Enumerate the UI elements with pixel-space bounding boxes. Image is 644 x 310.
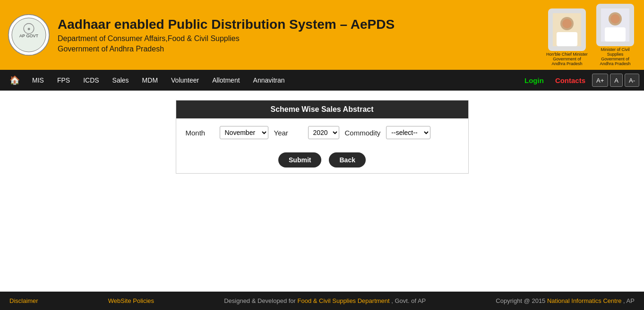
contacts-button[interactable]: Contacts [550, 76, 591, 84]
svg-rect-7 [557, 32, 577, 46]
cm-label: Hon'ble Chief MinisterGovernment of Andh… [546, 52, 588, 66]
svg-rect-11 [605, 27, 626, 42]
form-fields-row: Month January February March April May J… [176, 118, 468, 147]
minister-photo-circle [596, 4, 634, 46]
nav-icds[interactable]: ICDS [77, 70, 105, 91]
nav-volunteer[interactable]: Volunteer [164, 70, 206, 91]
copyright-suffix: , AP [623, 297, 635, 304]
footer-designed: Designed & Developed for Food & Civil Su… [224, 297, 426, 304]
website-policies-link[interactable]: WebSite Policies [108, 297, 154, 304]
nav-mdm[interactable]: MDM [136, 70, 164, 91]
svg-text:AP GOVT: AP GOVT [19, 34, 38, 38]
login-button[interactable]: Login [519, 76, 550, 84]
site-title: Aadhaar enabled Public Distribution Syst… [58, 17, 546, 33]
minister-photo: Minister of Civil SuppliesGovernment of … [594, 4, 636, 66]
header-photos: Hon'ble Chief MinisterGovernment of Andh… [546, 4, 636, 66]
svg-point-8 [562, 19, 572, 28]
main-content: Scheme Wise Sales Abstract Month January… [0, 91, 644, 289]
nav-allotment[interactable]: Allotment [206, 70, 246, 91]
food-dept-link[interactable]: Food & Civil Supplies Department [298, 297, 390, 304]
designed-suffix: , Govt. of AP [391, 297, 426, 304]
submit-button[interactable]: Submit [278, 152, 321, 168]
svg-text:☸: ☸ [27, 27, 30, 31]
font-decrease-button[interactable]: A- [625, 74, 639, 87]
copyright-text: Copyright @ 2015 [496, 297, 545, 304]
month-select[interactable]: January February March April May June Ju… [220, 126, 268, 139]
nav-sales[interactable]: Sales [106, 70, 136, 91]
form-title: Scheme Wise Sales Abstract [176, 101, 468, 118]
logo: AP GOVT ☸ [8, 14, 50, 56]
font-normal-button[interactable]: A [610, 74, 623, 87]
commodity-label: Commodity [345, 129, 381, 137]
back-button[interactable]: Back [329, 152, 365, 168]
nic-link[interactable]: National Informatics Centre [547, 297, 622, 304]
cm-photo: Hon'ble Chief MinisterGovernment of Andh… [546, 8, 588, 66]
minister-label: Minister of Civil SuppliesGovernment of … [594, 47, 636, 66]
nav-fps[interactable]: FPS [51, 70, 77, 91]
footer: Disclaimer WebSite Policies Designed & D… [0, 292, 644, 310]
form-actions: Submit Back [176, 147, 468, 173]
commodity-select[interactable]: --select-- Rice Wheat Sugar Kerosene [386, 126, 430, 139]
nav-annavitran[interactable]: Annavitran [247, 70, 292, 91]
department-name: Department of Consumer Affairs,Food & Ci… [58, 34, 546, 43]
year-label: Year [274, 129, 302, 137]
month-label: Month [186, 129, 214, 137]
year-select[interactable]: 2018 2019 2020 2021 2022 [308, 126, 339, 139]
cm-photo-circle [548, 8, 586, 51]
nav-mis[interactable]: MIS [26, 70, 51, 91]
designed-text: Designed & Developed for [224, 297, 296, 304]
scheme-form-container: Scheme Wise Sales Abstract Month January… [176, 100, 469, 174]
footer-copyright: Copyright @ 2015 National Informatics Ce… [496, 297, 635, 304]
navbar: 🏠 MIS FPS ICDS Sales MDM Volunteer Allot… [0, 70, 644, 91]
header: AP GOVT ☸ Aadhaar enabled Public Distrib… [0, 0, 644, 70]
home-button[interactable]: 🏠 [4, 75, 26, 85]
disclaimer-link[interactable]: Disclaimer [9, 297, 38, 304]
svg-point-12 [610, 14, 620, 24]
government-name: Government of Andhra Pradesh [58, 45, 546, 53]
header-text: Aadhaar enabled Public Distribution Syst… [58, 17, 546, 53]
font-increase-button[interactable]: A+ [592, 74, 608, 87]
